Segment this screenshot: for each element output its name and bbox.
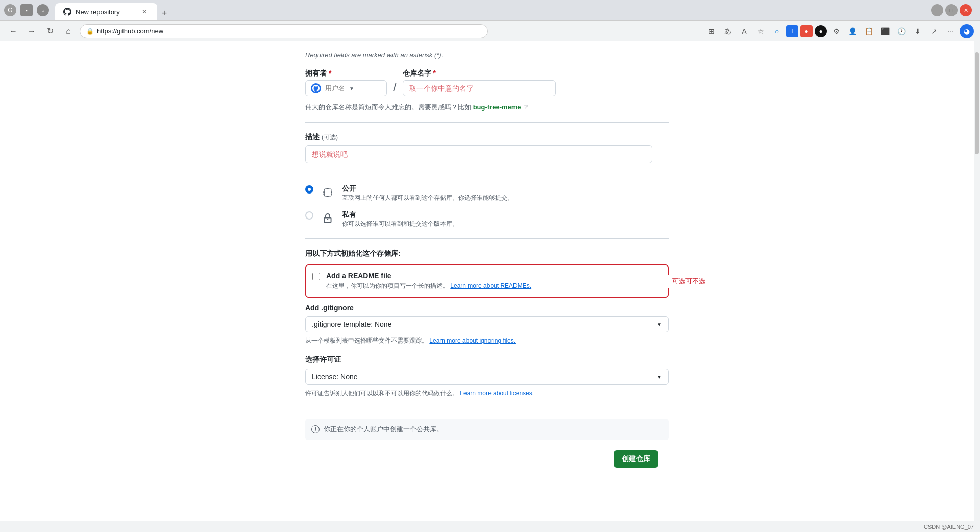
home-button[interactable]: ⌂ (61, 24, 76, 38)
lock-icon (320, 210, 336, 227)
private-option[interactable]: 私有 你可以选择谁可以看到和提交这个版本库。 (305, 210, 669, 228)
settings-button[interactable]: ⚙ (829, 24, 843, 38)
public-notice: i 你正在你的个人账户中创建一个公共库。 (305, 419, 669, 440)
translate-button[interactable]: あ (721, 24, 735, 38)
readme-section: Add a README file 在这里，你可以为你的项目写一个长的描述。 L… (305, 264, 669, 298)
extension-3[interactable]: ● (815, 25, 827, 37)
status-text: CSDN @AIENG_07 (924, 524, 974, 530)
owner-select[interactable]: 用户名 ▼ (305, 80, 387, 96)
private-content: 私有 你可以选择谁可以看到和提交这个版本库。 (342, 210, 669, 228)
public-option[interactable]: 公开 互联网上的任何人都可以看到这个存储库。你选择谁能够提交。 (305, 184, 669, 202)
public-radio[interactable] (305, 185, 313, 194)
downloads-button[interactable]: ⬇ (911, 24, 925, 38)
owner-dropdown-icon: ▼ (349, 86, 354, 91)
required-notice: Required fields are marked with an aster… (305, 51, 669, 59)
history-button[interactable]: 🕐 (894, 24, 909, 38)
optional-tag: 可选可不选 (668, 275, 709, 288)
browser-icon: G (4, 4, 16, 16)
divider-2 (305, 174, 669, 174)
public-icon (320, 184, 336, 201)
owner-avatar (311, 83, 321, 93)
user-accounts-button[interactable]: 👤 (845, 24, 860, 38)
collections-button[interactable]: 📋 (862, 24, 876, 38)
license-dropdown-chevron: ▼ (657, 374, 662, 380)
divider-1 (305, 122, 669, 123)
repo-label: 仓库名字 * (403, 69, 556, 78)
loading-indicator: ○ (770, 24, 784, 38)
init-section-title: 用以下方式初始化这个存储库: (305, 249, 669, 258)
gitignore-section: Add .gitignore .gitignore template: None… (305, 304, 669, 345)
repo-suggestion-link[interactable]: bug-free-meme (473, 103, 521, 111)
split-screen-button[interactable]: ⊞ (704, 24, 719, 38)
share-button[interactable]: ↗ (927, 24, 941, 38)
owner-name-text: 用户名 (325, 84, 345, 93)
private-radio[interactable] (305, 211, 313, 220)
description-label: 描述 (可选) (305, 133, 669, 142)
divider-3 (305, 238, 669, 239)
extension-2[interactable]: ● (800, 25, 813, 37)
close-button[interactable]: ✕ (960, 4, 972, 16)
minimize-button[interactable]: — (931, 4, 943, 16)
back-button[interactable]: ← (6, 24, 20, 38)
tab-close-button[interactable]: ✕ (140, 7, 149, 16)
extension-1[interactable]: T (786, 25, 798, 37)
github-favicon (63, 8, 71, 16)
maximize-button[interactable]: □ (945, 4, 958, 16)
tab-icon-square: ▪ (20, 4, 33, 16)
gitignore-dropdown-chevron: ▼ (657, 322, 662, 327)
readme-content: Add a README file 在这里，你可以为你的项目写一个长的描述。 L… (326, 272, 662, 291)
description-input[interactable] (305, 145, 652, 163)
create-repo-button[interactable]: 创建仓库 (614, 450, 658, 468)
active-tab[interactable]: New repository ✕ (55, 3, 157, 20)
separator: / (393, 69, 397, 93)
repo-hint: 伟大的仓库名称是简短而令人难忘的。需要灵感吗？比如 bug-free-meme … (305, 103, 669, 112)
read-aloud-button[interactable]: A (737, 24, 751, 38)
more-button[interactable]: ··· (943, 24, 958, 38)
info-icon: i (311, 425, 320, 433)
public-content: 公开 互联网上的任何人都可以看到这个存储库。你选择谁能够提交。 (342, 184, 669, 202)
divider-4 (305, 408, 669, 408)
license-link[interactable]: Learn more about licenses. (460, 390, 534, 397)
forward-button[interactable]: → (24, 24, 39, 38)
url-text: https://github.com/new (97, 27, 163, 35)
readme-checkbox[interactable] (312, 273, 320, 280)
url-bar[interactable]: 🔒 https://github.com/new (80, 24, 488, 38)
scrollbar-thumb[interactable] (975, 52, 979, 154)
gitignore-link[interactable]: Learn more about ignoring files. (429, 337, 516, 344)
tab-icon-circle: ○ (37, 4, 49, 16)
scrollbar[interactable] (974, 41, 980, 521)
owner-label: 拥有者 * (305, 69, 387, 78)
refresh-button[interactable]: ↻ (43, 24, 57, 38)
license-dropdown[interactable]: License: None ▼ (305, 369, 669, 385)
status-bar: CSDN @AIENG_07 (0, 521, 980, 532)
new-tab-button[interactable]: + (157, 6, 172, 20)
license-section: 选择许可证 License: None ▼ 许可证告诉别人他们可以以和不可以用你… (305, 355, 669, 398)
favorites-button[interactable]: ☆ (753, 24, 768, 38)
readme-link[interactable]: Learn more about READMEs. (450, 282, 531, 289)
gitignore-dropdown[interactable]: .gitignore template: None ▼ (305, 316, 669, 332)
profile-avatar[interactable]: ◕ (960, 24, 974, 38)
repo-name-input[interactable] (403, 80, 556, 96)
tab-title: New repository (76, 8, 136, 16)
lock-icon: 🔒 (86, 28, 94, 35)
sidebar-button[interactable]: ⬛ (878, 24, 892, 38)
